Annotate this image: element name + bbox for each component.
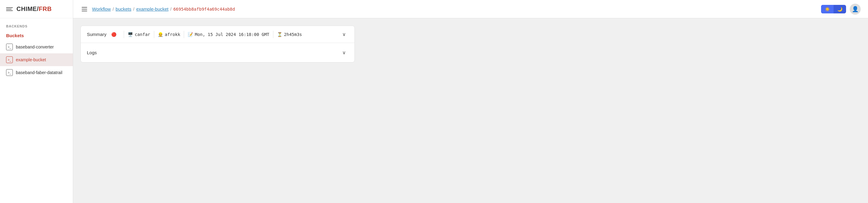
- logo-lines-icon: [6, 7, 13, 11]
- sidebar: CHIME/FRB BACKENDS Buckets >_ baseband-c…: [0, 0, 73, 203]
- breadcrumb-example-bucket-link[interactable]: example-bucket: [136, 6, 168, 11]
- logo-area: CHIME/FRB: [0, 0, 73, 18]
- divider-4: [273, 31, 273, 38]
- nav-left: Workflow / buckets / example-bucket / 66…: [81, 6, 235, 12]
- breadcrumb: Workflow / buckets / example-bucket / 66…: [92, 6, 235, 11]
- breadcrumb-buckets-link[interactable]: buckets: [116, 6, 131, 11]
- hamburger-button[interactable]: [81, 6, 88, 12]
- divider-1: [124, 31, 124, 38]
- user-meta: 👷 afrokk: [158, 32, 180, 37]
- logo-line-3: [6, 10, 13, 11]
- sidebar-item-label-3: baseband-faber-datatrail: [16, 70, 62, 75]
- logo-frb: FRB: [39, 5, 52, 12]
- buckets-heading[interactable]: Buckets: [0, 30, 73, 40]
- date-label: Mon, 15 Jul 2024 16:18:00 GMT: [195, 32, 269, 37]
- divider-2: [154, 31, 154, 38]
- summary-row: Summary 🔴 🖥️ canfar 👷 afrokk 📝 Mon, 15 J…: [81, 26, 354, 43]
- logs-expand-button[interactable]: ∨: [340, 49, 348, 57]
- main-area: Workflow / buckets / example-bucket / 66…: [73, 0, 868, 203]
- logo-chime: CHIME: [17, 5, 37, 12]
- logo-text: CHIME/FRB: [17, 5, 52, 12]
- logo-line-2: [6, 9, 11, 9]
- sidebar-item-baseband-faber-datatrail[interactable]: >_ baseband-faber-datatrail: [0, 66, 73, 79]
- duration-meta: ⏳ 2h45m3s: [277, 32, 302, 37]
- avatar[interactable]: 👤: [850, 4, 861, 14]
- terminal-icon-2: >_: [6, 56, 13, 63]
- hamburger-line-1: [82, 7, 87, 8]
- navbar: Workflow / buckets / example-bucket / 66…: [73, 0, 868, 18]
- theme-toggle[interactable]: ☀️ 🌙: [821, 5, 846, 13]
- logo-line-1: [6, 7, 13, 8]
- date-icon: 📝: [188, 32, 193, 37]
- sidebar-item-baseband-converter[interactable]: >_ baseband-converter: [0, 40, 73, 53]
- canfar-meta: 🖥️ canfar: [128, 32, 150, 37]
- divider-3: [184, 31, 184, 38]
- summary-expand-button[interactable]: ∨: [340, 30, 348, 38]
- breadcrumb-hash: 66954bb8afb9f4a69c44ab8d: [174, 7, 235, 11]
- backends-label: BACKENDS: [0, 18, 73, 30]
- sidebar-item-label-2: example-bucket: [16, 57, 46, 62]
- user-label: afrokk: [165, 32, 180, 37]
- summary-label: Summary: [87, 32, 106, 37]
- canfar-label: canfar: [135, 32, 150, 37]
- main-card: Summary 🔴 🖥️ canfar 👷 afrokk 📝 Mon, 15 J…: [81, 26, 355, 62]
- page-content: Summary 🔴 🖥️ canfar 👷 afrokk 📝 Mon, 15 J…: [73, 18, 868, 203]
- duration-icon: ⏳: [277, 32, 282, 37]
- terminal-icon-1: >_: [6, 44, 13, 50]
- logs-label: Logs: [87, 50, 97, 55]
- hamburger-line-2: [82, 9, 87, 9]
- theme-dark-button[interactable]: 🌙: [834, 5, 846, 13]
- date-meta: 📝 Mon, 15 Jul 2024 16:18:00 GMT: [188, 32, 269, 37]
- status-dot-icon: 🔴: [111, 32, 117, 37]
- hamburger-line-3: [82, 11, 87, 11]
- canfar-icon: 🖥️: [128, 32, 133, 37]
- theme-light-button[interactable]: ☀️: [821, 5, 834, 13]
- sidebar-item-label-1: baseband-converter: [16, 45, 54, 49]
- breadcrumb-sep-1: /: [113, 7, 114, 11]
- breadcrumb-sep-3: /: [170, 7, 172, 11]
- user-icon: 👷: [158, 32, 163, 37]
- breadcrumb-workflow-link[interactable]: Workflow: [92, 6, 111, 11]
- logs-row: Logs ∨: [81, 43, 354, 62]
- nav-right: ☀️ 🌙 👤: [821, 4, 861, 14]
- terminal-icon-3: >_: [6, 69, 13, 76]
- duration-label: 2h45m3s: [284, 32, 302, 37]
- breadcrumb-sep-2: /: [133, 7, 134, 11]
- sidebar-item-example-bucket[interactable]: >_ example-bucket: [0, 53, 73, 66]
